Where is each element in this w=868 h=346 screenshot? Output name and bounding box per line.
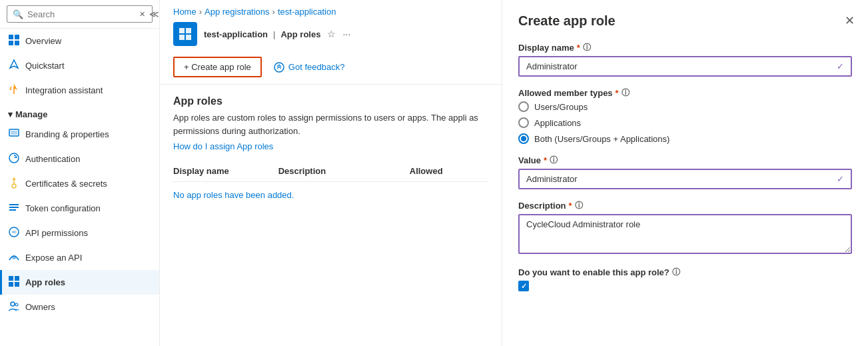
panel-close-button[interactable]: ✕ [845,13,855,28]
sidebar-label-token: Token configuration [25,203,101,213]
sidebar-item-token[interactable]: Token configuration [0,196,159,221]
app-icon [173,22,197,46]
sidebar: 🔍 ✕ ≪ Overview Quickstart Integration as… [0,0,160,346]
value-label: Value * ⓘ [518,155,852,166]
feedback-button[interactable]: Got feedback? [267,58,352,77]
description-textarea[interactable]: CycleCloud Administrator role [518,214,852,254]
section-title: App roles [173,95,488,107]
sidebar-item-branding[interactable]: Branding & properties [0,122,159,147]
svg-rect-10 [9,209,16,211]
radio-group-member-types: Users/Groups Applications Both (Users/Gr… [518,101,852,144]
radio-circle-apps [518,117,529,128]
sidebar-item-certificates[interactable]: Certificates & secrets [0,171,159,196]
allowed-member-types-field: Allowed member types * ⓘ Users/Groups Ap… [518,87,852,144]
sidebar-label-expose-api: Expose an API [25,253,82,263]
svg-rect-15 [9,282,13,287]
integration-icon [8,83,20,97]
svg-rect-3 [15,41,19,45]
svg-rect-19 [179,28,185,33]
overview-icon [8,34,20,48]
enable-role-label: Do you want to enable this app role? ⓘ [518,267,852,278]
svg-rect-5 [11,131,17,135]
sidebar-item-integration[interactable]: Integration assistant [0,78,159,103]
svg-rect-22 [186,35,191,40]
sidebar-label-quickstart: Quickstart [25,61,65,71]
value-info-icon[interactable]: ⓘ [550,155,558,166]
quickstart-icon [8,59,20,73]
sidebar-item-api-permissions[interactable]: API permissions [0,221,159,245]
close-icon[interactable]: ✕ [139,10,145,19]
svg-point-17 [11,302,15,306]
breadcrumb-app-name[interactable]: test-application [278,7,336,17]
breadcrumb-home[interactable]: Home [173,7,197,17]
description-field: Description * ⓘ CycleCloud Administrator… [518,200,852,256]
value-checkmark-icon: ✓ [837,174,844,184]
create-app-role-button[interactable]: + Create app role [173,57,262,77]
sidebar-label-overview: Overview [25,36,61,46]
description-info-icon[interactable]: ⓘ [575,200,583,211]
required-marker: * [577,43,580,53]
sidebar-label-api-permissions: API permissions [25,228,88,238]
svg-rect-14 [15,276,19,281]
pin-icon[interactable]: ☆ [327,29,336,39]
svg-rect-20 [186,28,191,33]
api-permissions-icon [8,226,20,240]
enable-role-info-icon[interactable]: ⓘ [672,267,680,278]
chevron-down-icon: ▾ [8,109,13,119]
sidebar-label-integration: Integration assistant [25,85,103,95]
col-header-display: Display name [173,166,278,176]
allowed-member-types-label: Allowed member types * ⓘ [518,87,852,99]
sidebar-item-owners[interactable]: Owners [0,295,159,319]
search-container: 🔍 ✕ ≪ [0,0,159,29]
sidebar-label-branding: Branding & properties [25,129,109,139]
sidebar-item-quickstart[interactable]: Quickstart [0,53,159,78]
search-input[interactable] [27,9,139,19]
col-header-allowed: Allowed [410,166,488,176]
sidebar-item-overview[interactable]: Overview [0,29,159,53]
required-marker-4: * [569,201,572,211]
description-label: Description * ⓘ [518,200,852,211]
display-name-input[interactable]: Administrator ✓ [518,56,852,77]
value-field: Value * ⓘ Administrator ✓ [518,155,852,189]
sidebar-item-authentication[interactable]: Authentication [0,147,159,171]
certificates-icon [8,177,20,191]
radio-circle-both [518,133,529,144]
display-name-info-icon[interactable]: ⓘ [583,42,591,53]
svg-point-12 [12,255,16,259]
learn-link[interactable]: How do I assign App roles [173,141,488,151]
breadcrumb-app-registrations[interactable]: App registrations [205,7,270,17]
content-area: App roles App roles are custom roles to … [160,85,502,346]
radio-users-groups[interactable]: Users/Groups [518,101,852,112]
svg-rect-0 [9,35,13,39]
feedback-icon [274,62,284,73]
display-name-label: Display name * ⓘ [518,42,852,53]
sidebar-label-authentication: Authentication [25,154,80,164]
search-box[interactable]: 🔍 ✕ ≪ [7,5,153,23]
svg-rect-1 [15,35,19,39]
sidebar-item-expose-api[interactable]: Expose an API [0,245,159,270]
table-empty-message: No app roles have been added. [173,182,488,208]
radio-both[interactable]: Both (Users/Groups + Applications) [518,133,852,144]
authentication-icon [8,152,20,166]
svg-rect-8 [9,204,19,205]
toolbar: + Create app role Got feedback? [160,53,502,85]
section-description: App roles are custom roles to assign per… [173,111,488,137]
svg-rect-16 [15,282,19,287]
checkmark-icon: ✓ [837,61,844,71]
collapse-icon[interactable]: ≪ [145,9,159,19]
page-header: test-application | App roles ☆ ··· [160,18,502,53]
svg-point-23 [274,63,284,72]
manage-section[interactable]: ▾ Manage [0,103,159,122]
more-options-icon[interactable]: ··· [342,29,350,39]
sidebar-item-app-roles[interactable]: App roles [0,270,159,295]
page-title: test-application | App roles [204,29,320,39]
allowed-types-info-icon[interactable]: ⓘ [622,87,630,99]
enable-role-checkbox[interactable] [518,281,529,291]
sidebar-label-owners: Owners [25,302,55,312]
required-marker-2: * [616,88,619,98]
breadcrumb: Home › App registrations › test-applicat… [160,0,502,18]
radio-applications[interactable]: Applications [518,117,852,128]
svg-rect-21 [179,35,185,40]
value-input[interactable]: Administrator ✓ [518,169,852,189]
main-area: Home › App registrations › test-applicat… [160,0,502,346]
